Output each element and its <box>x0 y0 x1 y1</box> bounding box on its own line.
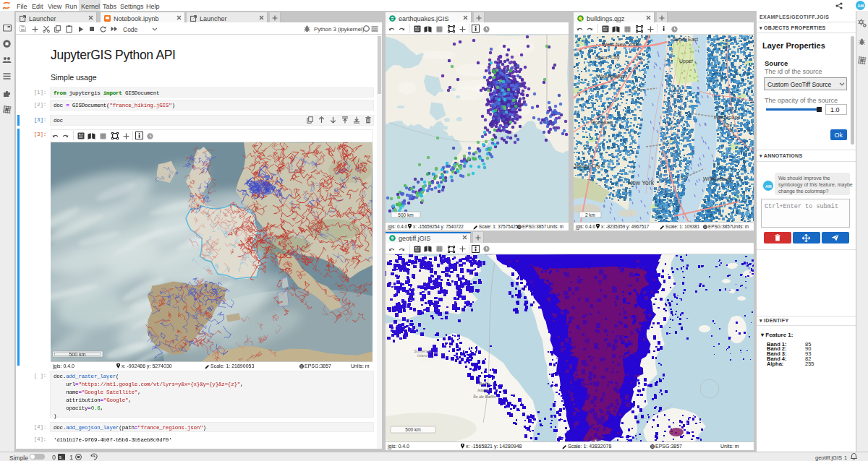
svg-text:Long Island: Long Island <box>714 115 740 121</box>
svg-text:2 km: 2 km <box>585 212 595 217</box>
svg-text:Williamsburg: Williamsburg <box>703 176 732 182</box>
svg-text:Union City: Union City <box>595 54 620 61</box>
svg-text:$_: $_ <box>59 454 65 460</box>
svg-text:500 km: 500 km <box>405 427 420 432</box>
svg-text:Upper East: Upper East <box>673 37 698 43</box>
svg-text:New York: New York <box>628 179 655 186</box>
svg-text:- Baffin -: - Baffin - <box>477 382 493 386</box>
svg-text:Île de Baffin: Île de Baffin <box>473 395 496 399</box>
svg-text:Island: Island <box>417 353 429 358</box>
svg-text:Weehawken: Weehawken <box>597 73 626 79</box>
svg-text:City: City <box>723 123 733 129</box>
svg-text:500 km: 500 km <box>69 352 86 357</box>
svg-text:Island -: Island - <box>477 388 492 392</box>
svg-text:Jersey City: Jersey City <box>574 163 600 169</box>
svg-text:Hoboken: Hoboken <box>591 119 613 126</box>
svg-text:Upper: Upper <box>679 59 694 64</box>
svg-text:500 km: 500 km <box>398 212 413 217</box>
svg-text:West New York: West New York <box>602 41 639 48</box>
